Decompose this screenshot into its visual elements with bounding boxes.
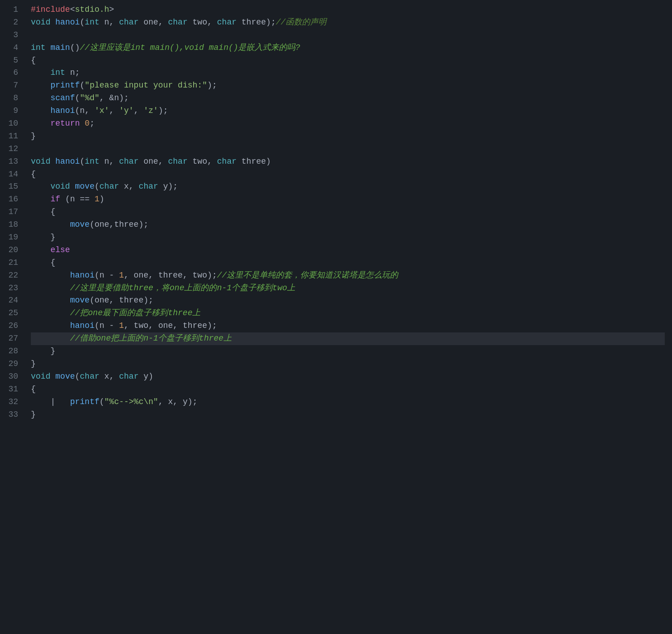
- code-line-26: hanoi(n - 1, two, one, three);: [31, 320, 665, 332]
- line-num-30: 30: [4, 371, 18, 383]
- line-num-26: 26: [4, 320, 18, 332]
- code-line-13: void hanoi(int n, char one, char two, ch…: [31, 156, 665, 168]
- code-line-5: {: [31, 54, 665, 67]
- line-num-9: 9: [4, 105, 18, 117]
- code-line-22: hanoi(n - 1, one, three, two);//这里不是单纯的套…: [31, 269, 665, 282]
- line-num-29: 29: [4, 358, 18, 371]
- code-line-10: return 0;: [31, 117, 665, 130]
- code-line-18: move(one,three);: [31, 219, 665, 231]
- line-num-8: 8: [4, 92, 18, 105]
- line-num-31: 31: [4, 383, 18, 396]
- code-line-27: //借助one把上面的n-1个盘子移到three上: [31, 332, 665, 345]
- line-num-7: 7: [4, 79, 18, 92]
- line-num-28: 28: [4, 345, 18, 358]
- code-line-19: }: [31, 231, 665, 244]
- line-num-11: 11: [4, 130, 18, 143]
- line-num-24: 24: [4, 294, 18, 307]
- code-line-30: void move(char x, char y): [31, 371, 665, 383]
- line-num-15: 15: [4, 180, 18, 193]
- line-num-10: 10: [4, 117, 18, 130]
- code-text[interactable]: #include<stdio.h> void hanoi(int n, char…: [24, 4, 672, 630]
- line-num-5: 5: [4, 54, 18, 67]
- code-line-28: }: [31, 345, 665, 358]
- line-num-25: 25: [4, 307, 18, 320]
- code-line-2: void hanoi(int n, char one, char two, ch…: [31, 16, 665, 29]
- line-num-22: 22: [4, 269, 18, 282]
- code-line-6: int n;: [31, 67, 665, 79]
- code-line-15: void move(char x, char y);: [31, 180, 665, 193]
- code-line-32: | printf("%c-->%c\n", x, y);: [31, 396, 665, 409]
- line-num-18: 18: [4, 219, 18, 231]
- line-num-6: 6: [4, 67, 18, 79]
- line-num-1: 1: [4, 4, 18, 16]
- code-line-33: }: [31, 409, 665, 421]
- line-num-16: 16: [4, 193, 18, 206]
- line-num-14: 14: [4, 168, 18, 181]
- code-line-7: printf("please input your dish:");: [31, 79, 665, 92]
- code-line-9: hanoi(n, 'x', 'y', 'z');: [31, 105, 665, 117]
- line-num-19: 19: [4, 231, 18, 244]
- code-line-4: int main()//这里应该是int main(),void main()是…: [31, 42, 665, 54]
- line-num-32: 32: [4, 396, 18, 409]
- code-editor: 1 2 3 4 5 6 7 8 9 10 11 12 13 14 15 16 1…: [0, 0, 672, 634]
- line-num-12: 12: [4, 143, 18, 156]
- code-line-23: //这里是要借助three，将one上面的的n-1个盘子移到two上: [31, 282, 665, 295]
- line-num-13: 13: [4, 156, 18, 168]
- line-num-20: 20: [4, 244, 18, 257]
- code-line-24: move(one, three);: [31, 294, 665, 307]
- line-num-17: 17: [4, 206, 18, 219]
- code-line-29: }: [31, 358, 665, 371]
- line-num-33: 33: [4, 409, 18, 421]
- line-num-27: 27: [4, 332, 18, 345]
- code-line-17: {: [31, 206, 665, 219]
- code-line-12: [31, 143, 665, 156]
- code-line-14: {: [31, 168, 665, 181]
- code-line-16: if (n == 1): [31, 193, 665, 206]
- line-num-21: 21: [4, 257, 18, 269]
- line-num-2: 2: [4, 16, 18, 29]
- line-num-4: 4: [4, 42, 18, 54]
- code-line-3: [31, 29, 665, 42]
- code-line-31: {: [31, 383, 665, 396]
- code-line-21: {: [31, 257, 665, 269]
- line-num-3: 3: [4, 29, 18, 42]
- line-numbers: 1 2 3 4 5 6 7 8 9 10 11 12 13 14 15 16 1…: [0, 4, 24, 630]
- code-line-8: scanf("%d", &n);: [31, 92, 665, 105]
- code-line-25: //把one最下面的盘子移到three上: [31, 307, 665, 320]
- code-line-11: }: [31, 130, 665, 143]
- code-line-20: else: [31, 244, 665, 257]
- code-line-1: #include<stdio.h>: [31, 4, 665, 16]
- line-num-23: 23: [4, 282, 18, 295]
